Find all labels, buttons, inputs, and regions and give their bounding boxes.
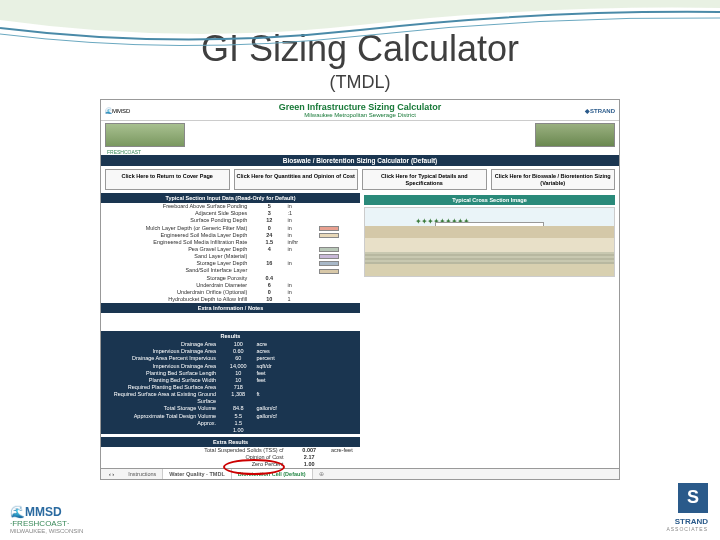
tab-instructions[interactable]: Instructions <box>122 469 163 479</box>
results-row: Drainage Area Percent Impervious60percen… <box>101 355 360 362</box>
sheet-header: 🌊MMSD Green Infrastructure Sizing Calcul… <box>101 100 619 121</box>
spreadsheet-screenshot: 🌊MMSD Green Infrastructure Sizing Calcul… <box>100 99 620 480</box>
photo-left <box>105 123 185 147</box>
calculator-title-bar: Bioswale / Bioretention Sizing Calculato… <box>101 155 619 166</box>
photo-right <box>535 123 615 147</box>
strand-logo: ◆STRAND <box>565 107 615 114</box>
xsection-bar: Typical Cross Section Image <box>364 195 615 205</box>
slide-subtitle: (TMDL) <box>0 72 720 93</box>
input-row: Storage Porosity0.4 <box>101 275 360 282</box>
decorative-swoosh <box>0 0 720 60</box>
input-row: Underdrain Diameter6in <box>101 282 360 289</box>
tab-water-quality[interactable]: Water Quality - TMDL <box>163 469 231 479</box>
input-row: Storage Layer Depth16in <box>101 260 360 267</box>
results-row: Approx.1.5 <box>101 420 360 427</box>
input-row: Surface Ponding Depth12in <box>101 217 360 224</box>
extra-results-bar: Extra Results <box>101 437 360 447</box>
results-row: Total Storage Volume84.8gallon/cf <box>101 405 360 412</box>
input-row: Mulch Layer Depth (or Generic Filter Mat… <box>101 225 360 232</box>
input-row: Sand/Soil Interface Layer <box>101 267 360 274</box>
input-row: Sand Layer (Material) <box>101 253 360 260</box>
photo-row <box>101 121 619 149</box>
input-row: Pea Gravel Layer Depth4in <box>101 246 360 253</box>
results-row: Impervious Drainage Area0.60acres <box>101 348 360 355</box>
extra-results-row: Zero Percent1.00 <box>101 461 412 468</box>
input-row: Freeboard Above Surface Ponding5in <box>101 203 360 210</box>
results-row: Drainage Area100acre <box>101 341 360 348</box>
results-row: Planting Bed Surface Length10feet <box>101 370 360 377</box>
sheet-title: Green Infrastructure Sizing Calculator <box>155 102 565 112</box>
input-row: Engineered Soil Media Layer Depth24in <box>101 232 360 239</box>
results-row: Impervious Drainage Area14,000sqft/dr <box>101 363 360 370</box>
results-row: Approximate Total Design Volume5.5gallon… <box>101 413 360 420</box>
footer-right-logo: STRAND ASSOCIATES <box>666 483 708 532</box>
input-row: Underdrain Orifice (Optional)0in <box>101 289 360 296</box>
sheet-tabs: ‹ › Instructions Water Quality - TMDL Bi… <box>101 468 619 479</box>
input-section-bar: Typical Section Input Data (Read-Only fo… <box>101 193 360 203</box>
results-bar: Results <box>101 331 360 341</box>
input-row: Hydrobucket Depth to Allow Infill101 <box>101 296 360 303</box>
nav-quantities-cost[interactable]: Click Here for Quantities and Opinion of… <box>234 169 359 190</box>
tab-add[interactable]: ⊕ <box>313 469 330 479</box>
results-row: Required Planting Bed Surface Area718 <box>101 384 360 391</box>
nav-typical-details[interactable]: Click Here for Typical Details and Speci… <box>362 169 487 190</box>
footer-left-logos: 🌊MMSD ·FRESHCOAST· MILWAUKEE, WISCONSIN <box>10 505 83 534</box>
results-row: Required Surface Area at Existing Ground… <box>101 391 360 405</box>
extra-info-bar: Extra Information / Notes <box>101 303 360 313</box>
nav-button-row: Click Here to Return to Cover Page Click… <box>101 166 619 193</box>
mmsd-logo: 🌊MMSD <box>105 107 155 114</box>
nav-variable-sizing[interactable]: Click Here for Bioswale / Bioretention S… <box>491 169 616 190</box>
tab-bioretention[interactable]: Bioretention Cell (Default) <box>232 469 313 479</box>
strand-logo-icon <box>678 483 708 513</box>
extra-results-row: Total Suspended Solids (TSS) cf0.007acre… <box>101 447 412 454</box>
extra-results-row: Opinion of Cost2.17 <box>101 454 412 461</box>
nav-return-cover[interactable]: Click Here to Return to Cover Page <box>105 169 230 190</box>
results-row: 1.00 <box>101 427 360 434</box>
sheet-subtitle: Milwaukee Metropolitan Sewerage District <box>155 112 565 118</box>
input-row: Engineered Soil Media Infiltration Rate1… <box>101 239 360 246</box>
cross-section-diagram: ✦✦✦✦✦✦✦✦✦ <box>364 207 615 277</box>
input-row: Adjacent Side Slopes3:1 <box>101 210 360 217</box>
results-row: Planting Bed Surface Width10feet <box>101 377 360 384</box>
